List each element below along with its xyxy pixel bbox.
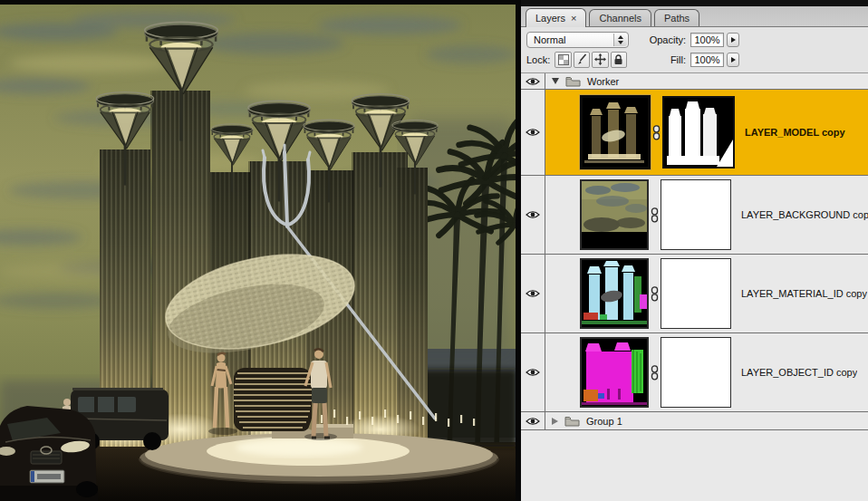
layer-name: LAYER_MATERIAL_ID copy bbox=[741, 288, 867, 299]
visibility-cell[interactable] bbox=[521, 255, 545, 332]
blend-mode-stepper[interactable] bbox=[613, 34, 627, 46]
model-thumbnail-image bbox=[583, 98, 648, 167]
link-icon bbox=[652, 125, 661, 140]
eye-icon bbox=[526, 128, 540, 137]
tab-channels-label: Channels bbox=[599, 13, 641, 24]
blend-mode-value: Normal bbox=[534, 34, 565, 45]
layer-thumbnail-model[interactable] bbox=[580, 95, 651, 169]
lock-all-button[interactable] bbox=[611, 52, 627, 68]
layer-name: LAYER_MODEL copy bbox=[745, 127, 845, 138]
layer-row-group1[interactable]: Group 1 bbox=[521, 412, 868, 430]
model-mask-image bbox=[664, 98, 733, 167]
visibility-cell[interactable] bbox=[521, 176, 545, 254]
brush-icon bbox=[576, 53, 587, 65]
stepper-up-icon bbox=[618, 35, 623, 39]
visibility-cell[interactable] bbox=[521, 73, 545, 89]
arrow-right-icon bbox=[731, 57, 736, 63]
lock-transparency-icon bbox=[558, 54, 569, 65]
lock-label: Lock: bbox=[526, 54, 550, 65]
layer-row-material-id[interactable]: LAYER_MATERIAL_ID copy bbox=[521, 255, 868, 333]
group-name: Worker bbox=[587, 76, 619, 87]
lock-image-button[interactable] bbox=[574, 52, 590, 68]
eye-icon bbox=[526, 417, 540, 426]
layer-mask-model[interactable] bbox=[662, 96, 735, 169]
object-id-thumbnail-image bbox=[582, 339, 647, 406]
fill-slider-button[interactable] bbox=[727, 53, 739, 67]
eye-icon bbox=[526, 368, 540, 377]
eye-icon bbox=[526, 77, 540, 86]
opacity-input[interactable]: 100% bbox=[690, 33, 724, 47]
layer-thumbnail-material-id[interactable] bbox=[580, 258, 649, 329]
tab-channels[interactable]: Channels bbox=[589, 9, 651, 26]
lock-transparency-button[interactable] bbox=[555, 52, 571, 68]
sedan bbox=[0, 406, 98, 501]
folder-icon bbox=[565, 76, 581, 87]
arrow-right-icon bbox=[731, 37, 736, 43]
layers-panel: Layers × Channels Paths Normal Opacity: … bbox=[521, 0, 868, 501]
layer-mask-background[interactable] bbox=[661, 179, 731, 250]
layer-mask-object-id[interactable] bbox=[661, 337, 731, 408]
tab-layers[interactable]: Layers × bbox=[526, 8, 586, 27]
fill-input[interactable]: 100% bbox=[690, 53, 724, 67]
layers-list-empty-area bbox=[521, 430, 868, 501]
visibility-cell[interactable] bbox=[521, 412, 545, 429]
layer-mask-material-id[interactable] bbox=[661, 258, 731, 329]
move-icon bbox=[594, 53, 606, 65]
link-icon bbox=[651, 365, 659, 381]
layer-row-model[interactable]: LAYER_MODEL copy bbox=[521, 90, 868, 176]
eye-icon bbox=[526, 289, 540, 298]
tab-paths-label: Paths bbox=[664, 13, 690, 24]
opacity-slider-button[interactable] bbox=[727, 33, 739, 47]
layer-name: LAYER_BACKGROUND copy bbox=[741, 209, 868, 220]
stepper-down-icon bbox=[618, 41, 623, 44]
disclosure-closed-icon[interactable] bbox=[552, 418, 558, 425]
layer-name: LAYER_OBJECT_ID copy bbox=[741, 367, 857, 378]
layer-controls: Normal Opacity: 100% Lock: bbox=[521, 27, 868, 73]
link-icon bbox=[651, 286, 659, 302]
visibility-cell[interactable] bbox=[521, 333, 545, 411]
eye-icon bbox=[526, 210, 540, 219]
group-name: Group 1 bbox=[586, 416, 622, 427]
link-icon bbox=[651, 207, 659, 223]
canvas-top-edge bbox=[0, 0, 516, 5]
disclosure-open-icon[interactable] bbox=[552, 78, 559, 84]
layer-row-background[interactable]: LAYER_BACKGROUND copy bbox=[521, 176, 868, 255]
layers-list: Worker bbox=[521, 73, 868, 501]
fill-label: Fill: bbox=[629, 54, 690, 65]
material-id-thumbnail-image bbox=[582, 260, 647, 327]
visibility-cell[interactable] bbox=[521, 90, 545, 175]
lock-position-button[interactable] bbox=[592, 52, 608, 68]
panel-tab-bar: Layers × Channels Paths bbox=[521, 6, 868, 27]
layer-thumbnail-background[interactable] bbox=[580, 179, 649, 250]
layer-row-object-id[interactable]: LAYER_OBJECT_ID copy bbox=[521, 333, 868, 412]
opacity-label: Opacity: bbox=[629, 34, 690, 45]
layer-row-worker-group[interactable]: Worker bbox=[521, 73, 868, 90]
tab-layers-label: Layers bbox=[535, 13, 565, 24]
tab-paths[interactable]: Paths bbox=[654, 9, 699, 26]
bench bbox=[234, 368, 316, 431]
background-thumbnail-image bbox=[582, 181, 647, 248]
panel-title-strip bbox=[521, 0, 868, 6]
padlock-icon bbox=[613, 54, 623, 65]
render-scene bbox=[0, 0, 516, 501]
folder-icon bbox=[564, 416, 580, 427]
layer-thumbnail-object-id[interactable] bbox=[580, 337, 649, 408]
document-canvas[interactable] bbox=[0, 0, 516, 501]
tab-close-icon[interactable]: × bbox=[571, 13, 576, 24]
blend-mode-select[interactable]: Normal bbox=[526, 32, 629, 48]
